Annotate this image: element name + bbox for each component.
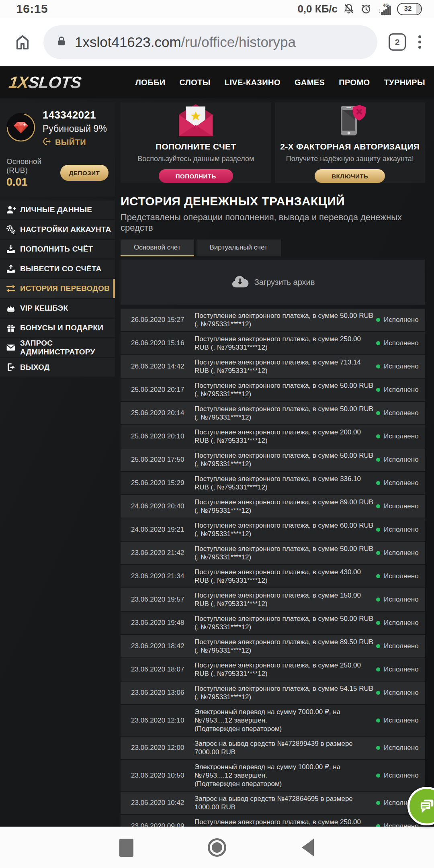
- promo-card-2fa: 2-Х ФАКТОРНАЯ АВТОРИЗАЦИЯ Получите надёж…: [275, 102, 426, 183]
- browser-menu-button[interactable]: [418, 35, 421, 49]
- transaction-status: Исполнено: [376, 772, 425, 780]
- transaction-status: Исполнено: [376, 689, 425, 697]
- withdraw-icon: [6, 264, 16, 274]
- nav-slots[interactable]: СЛОТЫ: [179, 78, 210, 87]
- tab-count: 2: [395, 37, 400, 47]
- download-archive-link[interactable]: Загрузить архив: [254, 278, 315, 287]
- transaction-description: Поступление электронного платежа, в сумм…: [194, 379, 376, 401]
- tab-virtual-account[interactable]: Виртуальный счет: [197, 240, 281, 256]
- transaction-description: Поступление электронного платежа, в сумм…: [194, 658, 376, 681]
- browser-toolbar: 1xslot41623.com/ru/office/historypa 2: [0, 18, 434, 66]
- status-text: Исполнено: [384, 744, 419, 752]
- transaction-row: 24.06.2020 20:40 Поступление электронног…: [121, 495, 425, 518]
- sidebar-item-transfer-history[interactable]: ИСТОРИЯ ПЕРЕВОДОВ: [0, 279, 115, 298]
- sidebar-item-exit[interactable]: ВЫХОД: [0, 358, 115, 377]
- clock-time: 16:15: [16, 2, 48, 16]
- status-dot-icon: [376, 504, 380, 508]
- top-up-button[interactable]: ПОПОЛНИТЬ: [159, 169, 233, 183]
- muted-bell-icon: [343, 3, 355, 15]
- site-logo[interactable]: 1XSLOTS: [8, 73, 82, 92]
- back-button[interactable]: [299, 838, 317, 857]
- transaction-description: Электронный перевод на сумму 7000.00 ₽, …: [194, 705, 376, 736]
- status-dot-icon: [376, 774, 380, 778]
- transaction-date: 25.06.2020 20:14: [121, 409, 194, 417]
- transaction-status: Исполнено: [376, 409, 425, 417]
- main-content: ПОПОЛНИТЕ СЧЕТ Воспользуйтесь данным раз…: [121, 102, 425, 827]
- transaction-row: 23.06.2020 10:50 Электронный перевод на …: [121, 760, 425, 792]
- status-dot-icon: [376, 411, 380, 415]
- status-dot-icon: [376, 481, 380, 485]
- url-bar[interactable]: 1xslot41623.com/ru/office/historypa: [43, 25, 377, 59]
- home-button[interactable]: [208, 838, 226, 857]
- status-text: Исполнено: [384, 479, 419, 487]
- transaction-date: 23.06.2020 10:42: [121, 799, 194, 807]
- transaction-row: 25.06.2020 20:10 Поступление электронног…: [121, 425, 425, 448]
- tab-main-account[interactable]: Основной счет: [121, 240, 194, 256]
- transaction-date: 24.06.2020 20:40: [121, 502, 194, 510]
- transaction-row: 23.06.2020 10:42 Запрос на вывод средств…: [121, 792, 425, 815]
- deposit-button[interactable]: ДЕПОЗИТ: [60, 165, 108, 181]
- network-speed: 0,0 КБ/с: [297, 3, 338, 15]
- transaction-description: Поступление электронного платежа, в сумм…: [194, 309, 376, 331]
- sidebar-item-deposit[interactable]: ПОПОЛНИТЬ СЧЁТ: [0, 240, 115, 258]
- status-text: Исполнено: [384, 596, 419, 604]
- status-dot-icon: [376, 644, 380, 648]
- archive-panel: Загрузить архив: [121, 260, 425, 305]
- main-nav: ЛОББИ СЛОТЫ LIVE-КАЗИНО GAMES ПРОМО ТУРН…: [135, 78, 425, 87]
- home-icon[interactable]: [13, 32, 32, 53]
- transaction-date: 23.06.2020 19:57: [121, 596, 194, 604]
- tab-switcher-button[interactable]: 2: [389, 33, 406, 51]
- enable-2fa-button[interactable]: ВКЛЮЧИТЬ: [315, 169, 385, 183]
- loyalty-level: Рубиновый 9%: [43, 123, 107, 134]
- sidebar-item-account-settings[interactable]: НАСТРОЙКИ АККАУНТА: [0, 220, 115, 239]
- sidebar-item-withdraw[interactable]: ВЫВЕСТИ СО СЧЁТА: [0, 260, 115, 278]
- nav-promo[interactable]: ПРОМО: [339, 78, 370, 87]
- transaction-status: Исполнено: [376, 596, 425, 604]
- sidebar-item-label: ИСТОРИЯ ПЕРЕВОДОВ: [20, 284, 110, 293]
- sidebar-item-bonuses[interactable]: БОНУСЫ И ПОДАРКИ: [0, 319, 115, 337]
- transaction-status: Исполнено: [376, 572, 425, 580]
- logout-link[interactable]: ВЫЙТИ: [43, 137, 107, 147]
- nav-tournaments[interactable]: ТУРНИРЫ: [384, 78, 425, 87]
- transaction-row: 23.06.2020 12:00 Запрос на вывод средств…: [121, 737, 425, 760]
- transaction-status: Исполнено: [376, 642, 425, 650]
- page-title: ИСТОРИЯ ДЕНЕЖНЫХ ТРАНЗАКЦИЙ: [121, 194, 425, 208]
- sidebar-item-vip-cashback[interactable]: VIP КЕШБЭК: [0, 299, 115, 317]
- transaction-status: Исполнено: [376, 717, 425, 725]
- gift-icon: [6, 323, 16, 333]
- transaction-status: Исполнено: [376, 744, 425, 752]
- user-id: 143342021: [43, 109, 107, 121]
- transaction-status: Исполнено: [376, 526, 425, 534]
- status-text: Исполнено: [384, 822, 419, 827]
- transaction-date: 25.06.2020 17:50: [121, 456, 194, 464]
- nav-lobby[interactable]: ЛОББИ: [135, 78, 166, 87]
- status-dot-icon: [376, 719, 380, 723]
- transaction-row: 23.06.2020 19:48 Поступление электронног…: [121, 612, 425, 635]
- nav-live-casino[interactable]: LIVE-КАЗИНО: [225, 78, 280, 87]
- transaction-status: Исполнено: [376, 479, 425, 487]
- status-dot-icon: [376, 364, 380, 368]
- transaction-row: 23.06.2020 12:10 Электронный перевод на …: [121, 705, 425, 737]
- balance-value: 0.01: [6, 176, 60, 188]
- transaction-date: 25.06.2020 20:10: [121, 432, 194, 440]
- sidebar-item-personal-data[interactable]: ЛИЧНЫЕ ДАННЫЕ: [0, 201, 115, 219]
- person-plus-icon: [6, 205, 16, 215]
- transaction-status: Исполнено: [376, 549, 425, 557]
- transaction-row: 25.06.2020 20:14 Поступление электронног…: [121, 402, 425, 425]
- status-text: Исполнено: [384, 316, 419, 324]
- sidebar-item-label: ВЫХОД: [20, 363, 50, 372]
- nav-games[interactable]: GAMES: [295, 78, 325, 87]
- transaction-description: Поступление электронного платежа, в сумм…: [194, 332, 376, 354]
- sidebar-item-admin-request[interactable]: ЗАПРОС АДМИНИСТРАТОРУ: [0, 338, 115, 357]
- status-dot-icon: [376, 598, 380, 602]
- status-dot-icon: [376, 551, 380, 555]
- recents-button[interactable]: [117, 838, 135, 857]
- sidebar-item-label: VIP КЕШБЭК: [20, 304, 68, 313]
- status-text: Исполнено: [384, 339, 419, 347]
- account-tabs: Основной счет Виртуальный счет: [121, 240, 425, 256]
- status-dot-icon: [376, 691, 380, 695]
- transaction-date: 23.06.2020 09:09: [121, 822, 194, 827]
- transaction-date: 26.06.2020 15:27: [121, 316, 194, 324]
- status-text: Исполнено: [384, 642, 419, 650]
- promo-title: 2-Х ФАКТОРНАЯ АВТОРИЗАЦИЯ: [280, 142, 420, 151]
